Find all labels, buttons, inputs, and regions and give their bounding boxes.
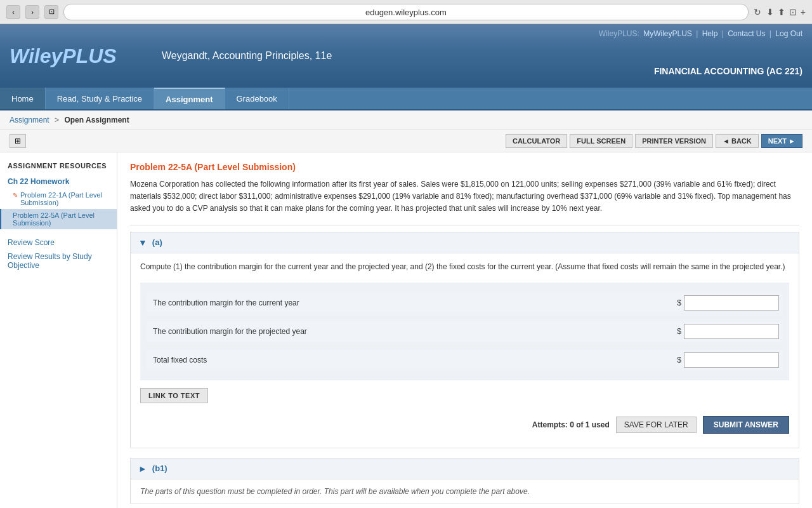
part-b1-section: ► (b1) The parts of this question must b… <box>130 458 799 504</box>
nav-tabs: Home Read, Study & Practice Assignment G… <box>0 88 812 110</box>
form-input-group-1: $ <box>673 293 783 313</box>
content-divider <box>130 225 799 225</box>
my-wileyplus-link[interactable]: MyWileyPLUS <box>643 29 692 38</box>
main-layout: ASSIGNMENT RESOURCES Ch 22 Homework ✎ Pr… <box>0 152 812 508</box>
tab-gradebook[interactable]: Gradebook <box>225 88 289 109</box>
help-link[interactable]: Help <box>702 29 718 38</box>
top-bar: WileyPLUS: MyWileyPLUS | Help | Contact … <box>0 24 812 88</box>
review-score-link[interactable]: Review Score <box>0 236 117 250</box>
part-b1-toggle-icon[interactable]: ► <box>138 464 147 474</box>
tab-assignment[interactable]: Assignment <box>154 88 225 109</box>
part-a-section: ▼ (a) Compute (1) the contribution margi… <box>130 232 799 448</box>
minimize-button[interactable]: ⊡ <box>44 5 58 19</box>
breadcrumb-current: Open Assignment <box>64 116 129 124</box>
sidebar-link-22-1a[interactable]: Problem 22-1A (Part Level Submission) <box>20 191 109 206</box>
attempts-text: Attempts: 0 of 1 used <box>532 420 610 429</box>
part-a-toggle-icon[interactable]: ▼ <box>138 237 147 248</box>
expand-button[interactable]: ⊞ <box>10 134 26 148</box>
form-input-group-2: $ <box>673 321 783 342</box>
contact-us-link[interactable]: Contact Us <box>728 29 765 38</box>
part-b1-header[interactable]: ► (b1) <box>131 458 799 479</box>
edit-icon: ✎ <box>13 192 18 199</box>
top-bar-links: WileyPLUS: MyWileyPLUS | Help | Contact … <box>597 29 802 38</box>
link-to-text-button[interactable]: LINK TO TEXT <box>140 388 208 403</box>
tab-read-study[interactable]: Read, Study & Practice <box>46 88 154 109</box>
sidebar-item-22-5a[interactable]: Problem 22-5A (Part Level Submission) <box>0 209 117 229</box>
wileyplus-prefix: WileyPLUS: <box>599 29 639 38</box>
toolbar-left: ⊞ <box>10 134 506 148</box>
form-label-1: The contribution margin for the current … <box>147 293 673 313</box>
form-row-2: The contribution margin for the projecte… <box>147 318 783 346</box>
address-bar[interactable]: edugen.wileyplus.com <box>63 4 749 20</box>
forward-button[interactable]: › <box>25 5 39 19</box>
book-title: Weygandt, Accounting Principles, 11e <box>155 50 802 62</box>
toolbar-right: CALCULATOR FULL SCREEN PRINTER VERSION ◄… <box>506 134 802 148</box>
toolbar-row: ⊞ CALCULATOR FULL SCREEN PRINTER VERSION… <box>0 130 812 152</box>
sidebar-link-22-5a[interactable]: Problem 22-5A (Part Level Submission) <box>13 211 109 227</box>
wileyplus-logo: WileyPLUS <box>10 44 155 68</box>
form-label-2: The contribution margin for the projecte… <box>147 321 673 342</box>
part-a-body: Compute (1) the contribution margin for … <box>131 253 799 448</box>
part-a-instruction: Compute (1) the contribution margin for … <box>140 261 789 273</box>
problem-description: Mozena Corporation has collected the fol… <box>130 178 799 215</box>
content-area: Problem 22-5A (Part Level Submission) Mo… <box>117 152 812 508</box>
form-input-group-3: $ <box>673 350 783 370</box>
sidebar-ch22[interactable]: Ch 22 Homework <box>0 175 117 189</box>
submit-answer-button[interactable]: SUBMIT ANSWER <box>703 416 789 434</box>
log-out-link[interactable]: Log Out <box>775 29 802 38</box>
form-label-3: Total fixed costs <box>147 350 673 370</box>
share-button[interactable]: ⬆ <box>778 7 785 17</box>
form-row-1: The contribution margin for the current … <box>147 289 783 318</box>
part-a-header[interactable]: ▼ (a) <box>131 232 799 253</box>
menu-button[interactable]: + <box>801 7 806 17</box>
part-b1-locked-text: The parts of this question must be compl… <box>140 487 789 496</box>
fullscreen-button[interactable]: ⊡ <box>789 7 797 17</box>
link-to-text-container: LINK TO TEXT <box>140 388 789 403</box>
sidebar-item-22-1a[interactable]: ✎ Problem 22-1A (Part Level Submission) <box>0 189 117 209</box>
printer-version-button[interactable]: PRINTER VERSION <box>635 134 713 148</box>
download-button[interactable]: ⬇ <box>766 7 774 17</box>
sidebar: ASSIGNMENT RESOURCES Ch 22 Homework ✎ Pr… <box>0 152 117 508</box>
dollar-sign-1: $ <box>677 298 681 307</box>
course-title: FINANCIAL ACCOUNTING (AC 221) <box>654 66 802 76</box>
part-b1-label: (b1) <box>152 464 167 473</box>
total-fixed-costs-input[interactable] <box>684 352 779 368</box>
browser-chrome: ‹ › ⊡ edugen.wileyplus.com ↻ ⬇ ⬆ ⊡ + <box>0 0 812 24</box>
part-a-label: (a) <box>152 237 162 247</box>
form-row-3: Total fixed costs $ <box>147 346 783 374</box>
reload-button[interactable]: ↻ <box>754 7 761 17</box>
problem-title: Problem 22-5A (Part Level Submission) <box>130 162 799 172</box>
calculator-button[interactable]: CALCULATOR <box>506 134 567 148</box>
part-b1-locked-message: The parts of this question must be compl… <box>131 479 799 504</box>
back-nav-button[interactable]: ◄ BACK <box>716 134 759 148</box>
back-button[interactable]: ‹ <box>6 5 20 19</box>
review-results-link[interactable]: Review Results by StudyObjective <box>0 250 117 272</box>
sidebar-title: ASSIGNMENT RESOURCES <box>0 159 117 175</box>
dollar-sign-2: $ <box>677 327 681 336</box>
part-a-form: The contribution margin for the current … <box>140 283 789 380</box>
contribution-margin-current-input[interactable] <box>684 295 779 311</box>
contribution-margin-projected-input[interactable] <box>684 324 779 339</box>
breadcrumb-assignment[interactable]: Assignment <box>10 116 49 124</box>
tab-home[interactable]: Home <box>0 88 46 109</box>
breadcrumb-separator: > <box>55 116 59 124</box>
breadcrumb: Assignment > Open Assignment <box>0 110 812 130</box>
next-nav-button[interactable]: NEXT ► <box>761 134 802 148</box>
attempts-bar: Attempts: 0 of 1 used SAVE FOR LATER SUB… <box>140 410 789 440</box>
save-for-later-button[interactable]: SAVE FOR LATER <box>616 417 697 433</box>
dollar-sign-3: $ <box>677 356 681 364</box>
full-screen-button[interactable]: FULL SCREEN <box>570 134 632 148</box>
